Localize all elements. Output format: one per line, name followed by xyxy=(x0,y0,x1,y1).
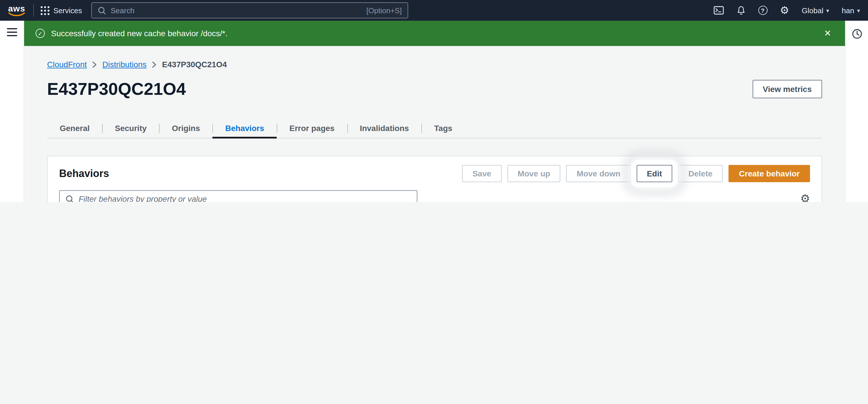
services-menu[interactable]: Services xyxy=(41,6,82,15)
help-icon[interactable]: ? xyxy=(758,6,767,15)
banner-message: Successfully created new cache behavior … xyxy=(51,29,228,38)
breadcrumb-current: E437P30QC21O4 xyxy=(162,60,227,69)
status-clock-icon[interactable] xyxy=(851,28,863,41)
settings-gear-icon[interactable]: ⚙ xyxy=(780,5,789,16)
tab-general[interactable]: General xyxy=(47,118,102,138)
notifications-bell-icon[interactable] xyxy=(736,5,745,15)
table-settings-gear-icon[interactable]: ⚙ xyxy=(800,194,810,202)
search-icon xyxy=(98,6,106,15)
topbar-divider xyxy=(33,4,34,17)
panel-title: Behaviors xyxy=(59,168,109,180)
search-input[interactable] xyxy=(111,6,362,15)
success-banner: ✓ Successfully created new cache behavio… xyxy=(24,21,845,46)
distribution-tabs: General Security Origins Behaviors Error… xyxy=(47,118,822,139)
aws-smile-icon xyxy=(8,12,25,17)
region-dropdown[interactable]: Global ▾ xyxy=(802,6,829,15)
tab-origins[interactable]: Origins xyxy=(159,118,213,138)
caret-down-icon: ▾ xyxy=(826,7,829,13)
edit-button-highlight: Edit xyxy=(633,162,676,185)
tab-error-pages[interactable]: Error pages xyxy=(277,118,347,138)
services-label: Services xyxy=(53,6,82,15)
filter-search-icon xyxy=(65,195,74,202)
behaviors-panel: Behaviors Save Move up Move down Edit De… xyxy=(47,156,822,202)
tab-tags[interactable]: Tags xyxy=(422,118,465,138)
user-dropdown[interactable]: han ▾ xyxy=(842,6,860,15)
services-grid-icon xyxy=(41,6,50,15)
menu-icon[interactable] xyxy=(7,28,17,36)
cloudshell-icon[interactable] xyxy=(713,6,724,15)
breadcrumb-chevron-icon xyxy=(93,61,97,67)
breadcrumb-chevron-icon xyxy=(152,61,156,67)
side-nav-collapsed xyxy=(0,21,24,202)
filter-input[interactable] xyxy=(79,194,411,202)
aws-logo[interactable]: aws xyxy=(8,4,25,17)
top-navigation-bar: aws Services [Option+S] ? xyxy=(0,0,868,21)
breadcrumb-distributions-link[interactable]: Distributions xyxy=(102,60,147,69)
breadcrumb: CloudFront Distributions E437P30QC21O4 xyxy=(47,60,822,69)
aws-logo-text: aws xyxy=(8,4,25,12)
side-panel-collapsed xyxy=(845,21,868,202)
user-label: han xyxy=(842,6,854,15)
breadcrumb-cloudfront-link[interactable]: CloudFront xyxy=(47,60,87,69)
success-check-icon: ✓ xyxy=(36,29,45,38)
page-title: E437P30QC21O4 xyxy=(47,79,186,99)
caret-down-icon: ▾ xyxy=(857,7,860,13)
aws-console: aws Services [Option+S] ? xyxy=(0,0,868,202)
tab-security[interactable]: Security xyxy=(102,118,159,138)
move-down-button[interactable]: Move down xyxy=(566,165,631,182)
tab-behaviors[interactable]: Behaviors xyxy=(213,118,277,138)
search-shortcut: [Option+S] xyxy=(366,6,402,15)
region-label: Global xyxy=(802,6,823,15)
save-button[interactable]: Save xyxy=(462,165,501,182)
delete-button[interactable]: Delete xyxy=(678,165,723,182)
edit-button[interactable]: Edit xyxy=(637,165,672,182)
tab-invalidations[interactable]: Invalidations xyxy=(347,118,422,138)
create-behavior-button[interactable]: Create behavior xyxy=(728,165,810,182)
console-search[interactable]: [Option+S] xyxy=(91,2,408,19)
move-up-button[interactable]: Move up xyxy=(507,165,561,182)
view-metrics-button[interactable]: View metrics xyxy=(752,80,822,98)
behaviors-filter[interactable] xyxy=(59,190,417,202)
banner-close-icon[interactable]: ✕ xyxy=(822,26,834,41)
